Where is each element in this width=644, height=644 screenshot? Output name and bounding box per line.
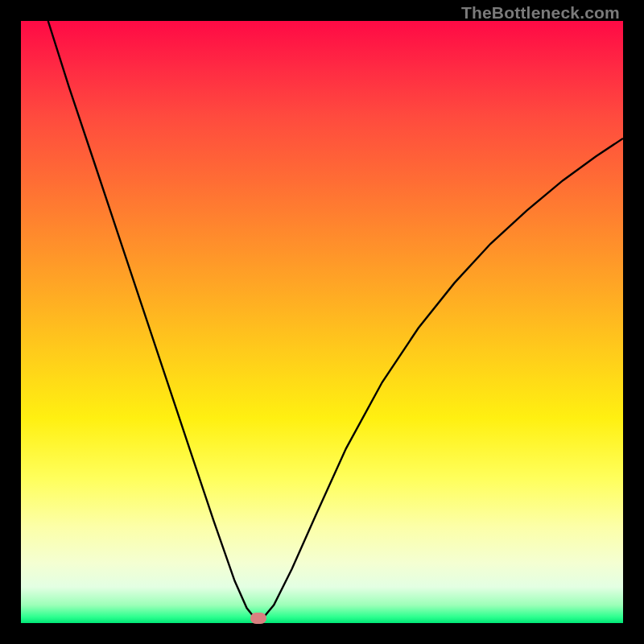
plot-area — [21, 21, 623, 623]
curve-svg — [21, 21, 623, 623]
optimal-marker — [250, 613, 266, 624]
chart-stage: TheBottleneck.com — [0, 0, 644, 644]
bottleneck-curve — [48, 21, 623, 623]
watermark-text: TheBottleneck.com — [461, 3, 620, 23]
